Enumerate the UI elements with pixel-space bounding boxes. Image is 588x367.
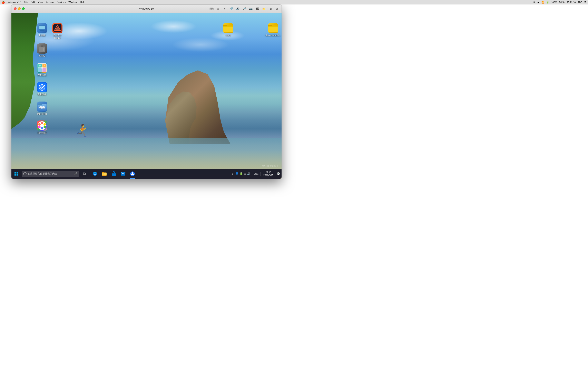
svg-point-32 [41, 127, 43, 129]
svg-rect-22 [38, 104, 47, 111]
more-label: more [226, 34, 231, 37]
search-input[interactable] [28, 172, 73, 175]
mac-menubar: 🍎 Windows 10 File Edit View Actions Devi… [0, 0, 294, 4]
window-title: Windows 10 [139, 7, 154, 10]
preferences-icon[interactable]: ⚙ [275, 7, 279, 11]
desktop-icon-control[interactable]: 控制面板 [34, 63, 50, 76]
tray-user-icon[interactable]: 👤 [235, 172, 239, 175]
tray-expand-icon[interactable]: ▲ [231, 173, 234, 175]
control-label: 控制面板 [38, 74, 47, 76]
svg-rect-44 [15, 172, 16, 174]
maximize-button[interactable] [22, 7, 25, 10]
desktop-icon-macfiles[interactable]: Mac Files [34, 101, 50, 115]
software-label: 软件管理 [38, 132, 47, 134]
left-icon[interactable]: ◀ [268, 7, 273, 11]
manager-icon-img [37, 82, 47, 92]
svg-point-18 [39, 65, 41, 67]
taskbar-edge[interactable] [90, 169, 99, 179]
task-view-icon: ⧉ [83, 172, 86, 176]
svg-rect-2 [40, 30, 44, 30]
svg-rect-43 [268, 26, 278, 27]
keyboard-icon[interactable]: ⌨ [209, 7, 214, 11]
window-titlebar: Windows 10 ⌨ 🖥 🖱 🔗 🔊 🎤 📷 🎬 📁 ◀ ⚙ [11, 5, 282, 13]
camera-icon[interactable]: 📷 [249, 7, 253, 11]
desktop-icon-deveco[interactable]: DevEco Studio [49, 23, 66, 39]
watermark: ©拓土圈金技术社区 [262, 165, 279, 167]
tray-battery-icon[interactable]: 🔋 [240, 172, 243, 175]
menu-view[interactable]: View [38, 1, 43, 4]
svg-point-19 [44, 65, 45, 66]
devfolder-label: devecostudio... [266, 34, 281, 37]
menu-devices[interactable]: Devices [57, 1, 66, 4]
svg-rect-47 [17, 174, 18, 175]
manager-label: 电脑管家 [38, 93, 47, 96]
taskbar-search-box[interactable]: 🎤 [22, 171, 79, 177]
svg-rect-38 [223, 26, 233, 32]
taskbar-right: ▲ 👤 🔋 🖥 🔊 ENG 22:16 [231, 169, 282, 179]
capture-icon[interactable]: 🎬 [255, 7, 259, 11]
menu-window[interactable]: Window [68, 1, 77, 4]
svg-point-34 [38, 123, 41, 125]
app-name-menu[interactable]: Windows 10 [8, 1, 21, 4]
task-view-button[interactable]: ⧉ [80, 169, 89, 179]
menu-edit[interactable]: Edit [31, 1, 35, 4]
taskbar-clock[interactable]: 22:16 2020/9/25 [262, 171, 275, 177]
menu-file[interactable]: File [24, 1, 28, 4]
svg-rect-46 [15, 174, 16, 175]
svg-rect-1 [39, 26, 45, 29]
search-circle-icon [23, 172, 26, 175]
desktop-icon-more[interactable]: more [220, 23, 236, 37]
screen-icon[interactable]: 🖥 [216, 7, 220, 11]
mic-icon[interactable]: 🎤 [74, 172, 77, 175]
audio-icon[interactable]: 🔊 [235, 7, 240, 11]
svg-rect-23 [38, 104, 42, 105]
pointer-icon[interactable]: 🖱 [222, 7, 227, 11]
folder-tb-icon[interactable]: 📁 [261, 7, 266, 11]
desktop-icon-software[interactable]: 软件管理 [34, 120, 50, 134]
network-icon[interactable]: 🔗 [229, 7, 233, 11]
tray-network-icon[interactable]: 🖥 [243, 172, 246, 175]
apple-logo[interactable]: 🍎 [2, 1, 5, 4]
svg-rect-39 [223, 26, 233, 27]
desktop-icon-recycle[interactable]: 回收站 [34, 43, 50, 57]
desktop-icon-devfolder[interactable]: devecostudio... [265, 23, 281, 37]
svg-point-31 [43, 126, 46, 128]
deveco-label: DevEco Studio [53, 34, 61, 39]
runner-figure: 🏃 [75, 123, 90, 138]
desktop-icon-manager[interactable]: 电脑管家 [34, 82, 50, 96]
tray-volume-icon[interactable]: 🔊 [247, 172, 250, 175]
windows-desktop: 🏃 此电脑 DevEco S [11, 13, 282, 179]
svg-point-27 [43, 107, 43, 108]
taskbar-mail[interactable] [119, 169, 128, 179]
deveco-icon-img [52, 23, 62, 33]
mic-tb-icon[interactable]: 🎤 [242, 7, 246, 11]
svg-rect-55 [121, 172, 125, 175]
close-button[interactable] [14, 7, 17, 10]
svg-point-26 [40, 107, 41, 108]
desktop-icon-computer[interactable]: 此电脑 [34, 23, 50, 37]
svg-rect-17 [43, 68, 46, 72]
macfiles-icon-img [37, 101, 47, 112]
svg-rect-3 [40, 30, 44, 31]
software-icon-img [37, 120, 47, 131]
menu-help[interactable]: Help [80, 1, 85, 4]
menu-actions[interactable]: Actions [46, 1, 54, 4]
taskbar: 🎤 ⧉ [11, 169, 282, 179]
minimize-button[interactable] [18, 7, 21, 10]
taskbar-baidu[interactable] [128, 169, 137, 179]
svg-point-35 [41, 125, 43, 127]
more-icon-img [223, 23, 233, 33]
macfiles-label: Mac Files [37, 113, 47, 115]
start-button[interactable] [11, 169, 21, 179]
computer-icon-img [37, 23, 47, 33]
svg-point-33 [38, 126, 41, 128]
notification-button[interactable]: 💬 [276, 169, 281, 179]
computer-label: 此电脑 [39, 34, 45, 37]
recycle-icon-img [37, 43, 47, 54]
taskbar-store[interactable] [109, 169, 118, 179]
tray-lang-label[interactable]: ENG [254, 173, 259, 175]
system-tray: 👤 🔋 🖥 🔊 [235, 172, 250, 175]
taskbar-time: 22:16 [266, 171, 271, 174]
taskbar-explorer[interactable] [100, 169, 109, 179]
svg-rect-16 [38, 68, 42, 72]
